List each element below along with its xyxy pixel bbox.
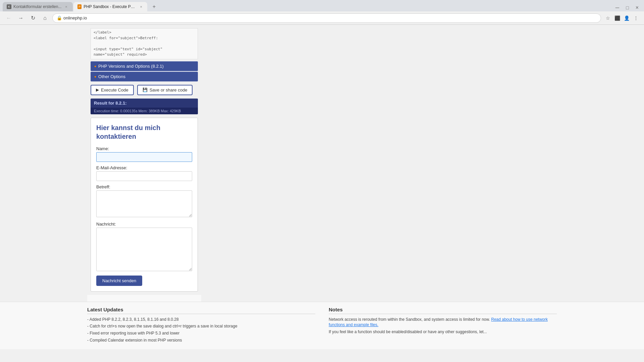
code-line-5: name="subject" required> xyxy=(94,52,195,58)
back-button[interactable]: ← xyxy=(4,13,13,23)
notes-extra: If you feel like a function should be en… xyxy=(329,329,557,335)
bottom-separator xyxy=(87,295,201,302)
code-line-3 xyxy=(94,41,195,47)
tab-kontaktformular[interactable]: K Kontaktformular erstellen... × xyxy=(3,2,73,11)
maximize-button[interactable]: □ xyxy=(623,4,631,11)
result-box: Result for 8.2.1: Execution time: 0.0001… xyxy=(91,99,198,114)
other-options-section: ● Other Options xyxy=(91,72,198,81)
notes-text-content: Network access is rerouted from within t… xyxy=(329,317,490,322)
bookmark-icon[interactable]: ☆ xyxy=(604,14,612,22)
home-button[interactable]: ⌂ xyxy=(40,13,50,23)
main-panel: </label> <label for="subject">Betreff: <… xyxy=(87,28,201,302)
update-item-3: - Fixed error reporting issue with PHP 5… xyxy=(87,330,315,336)
execute-code-button[interactable]: ▶ Execute Code xyxy=(91,85,134,95)
page-wrapper: </label> <label for="subject">Betreff: <… xyxy=(0,25,644,362)
forward-button[interactable]: → xyxy=(16,13,25,23)
address-bar[interactable]: 🔒 onlinephp.io xyxy=(52,13,601,23)
execute-code-label: Execute Code xyxy=(101,87,128,93)
browser-chrome: K Kontaktformular erstellen... × P PHP S… xyxy=(0,0,644,25)
name-label: Name: xyxy=(96,146,192,151)
notes-title: Notes xyxy=(329,307,557,314)
result-header: Result for 8.2.1: xyxy=(91,99,198,108)
other-options-header[interactable]: ● Other Options xyxy=(91,72,198,81)
extension-icon[interactable]: ⬛ xyxy=(613,14,621,22)
output-title-line1: Hier kannst du mich xyxy=(96,123,192,132)
output-title-line2: kontaktieren xyxy=(96,132,192,141)
code-snippet: </label> <label for="subject">Betreff: <… xyxy=(91,28,198,59)
play-icon: ▶ xyxy=(96,87,99,92)
name-input[interactable] xyxy=(96,152,192,162)
tab-favicon-2: P xyxy=(77,4,82,9)
home-icon: ⌂ xyxy=(43,15,47,21)
minimize-button[interactable]: ─ xyxy=(613,4,622,11)
code-line-1: </label> xyxy=(94,30,195,36)
updates-column: Latest Updates - Added PHP 8.2.2, 8.2.3,… xyxy=(87,307,315,345)
message-input[interactable] xyxy=(96,228,192,271)
other-options-label: Other Options xyxy=(98,74,125,79)
bottom-info-bar: Latest Updates - Added PHP 8.2.2, 8.2.3,… xyxy=(0,302,644,349)
submit-label: Nachricht senden xyxy=(102,278,136,283)
tab-label-1: Kontaktformular erstellen... xyxy=(13,4,61,9)
subject-label: Betreff: xyxy=(96,184,192,189)
toolbar-icons: ☆ ⬛ 👤 ⋮ xyxy=(604,14,640,22)
contact-form: Name: E-Mail-Adresse: Betreff: Nachricht… xyxy=(96,146,192,286)
refresh-button[interactable]: ↻ xyxy=(28,13,38,23)
menu-icon[interactable]: ⋮ xyxy=(632,14,640,22)
expand-icon-php: ● xyxy=(94,64,96,68)
browser-toolbar: ← → ↻ ⌂ 🔒 onlinephp.io ☆ ⬛ 👤 ⋮ xyxy=(0,11,644,25)
php-versions-header[interactable]: ● PHP Versions and Options (8.2.1) xyxy=(91,62,198,71)
update-item-2: - Catch for ctrl+s now open the save dia… xyxy=(87,323,315,329)
content-wrapper: </label> <label for="subject">Betreff: <… xyxy=(0,25,644,302)
refresh-icon: ↻ xyxy=(31,15,35,21)
tab-php-sandbox[interactable]: P PHP Sandbox - Execute PHP cod... × xyxy=(73,2,147,11)
notes-column: Notes Network access is rerouted from wi… xyxy=(329,307,557,345)
code-line-2: <label for="subject">Betreff: xyxy=(94,36,195,41)
tab-label-2: PHP Sandbox - Execute PHP cod... xyxy=(84,4,137,9)
subject-group: Betreff: xyxy=(96,184,192,218)
notes-text: Network access is rerouted from within t… xyxy=(329,317,557,328)
submit-button[interactable]: Nachricht senden xyxy=(96,276,142,286)
update-item-4: - Compiled Calendar extension in most PH… xyxy=(87,338,315,343)
updates-title: Latest Updates xyxy=(87,307,315,314)
message-group: Nachricht: xyxy=(96,222,192,272)
new-tab-button[interactable]: + xyxy=(149,2,159,11)
code-line-4: <input type="text" id="subject" xyxy=(94,47,195,52)
tab-favicon-1: K xyxy=(7,4,11,9)
save-icon: 💾 xyxy=(143,87,148,92)
button-row: ▶ Execute Code 💾 Save or share code xyxy=(91,85,198,95)
tab-close-2[interactable]: × xyxy=(139,4,143,9)
message-label: Nachricht: xyxy=(96,222,192,227)
forward-icon: → xyxy=(18,15,23,21)
update-item-1: - Added PHP 8.2.2, 8.2.3, 8.1.15, 8.1.16… xyxy=(87,317,315,322)
profile-icon[interactable]: 👤 xyxy=(623,14,631,22)
subject-input[interactable] xyxy=(96,190,192,217)
output-title: Hier kannst du mich kontaktieren xyxy=(96,123,192,141)
email-input[interactable] xyxy=(96,171,192,181)
name-group: Name: xyxy=(96,146,192,162)
email-group: E-Mail-Adresse: xyxy=(96,165,192,181)
tab-bar: K Kontaktformular erstellen... × P PHP S… xyxy=(0,0,644,11)
php-versions-section: ● PHP Versions and Options (8.2.1) xyxy=(91,61,198,71)
address-text: onlinephp.io xyxy=(63,15,87,20)
email-label: E-Mail-Adresse: xyxy=(96,165,192,170)
save-share-button[interactable]: 💾 Save or share code xyxy=(137,85,193,95)
back-icon: ← xyxy=(6,15,11,21)
expand-icon-other: ● xyxy=(94,75,96,78)
tab-close-1[interactable]: × xyxy=(63,4,69,9)
result-meta: Execution time: 0.000135s Mem: 389KB Max… xyxy=(91,108,198,114)
output-area: Hier kannst du mich kontaktieren Name: E… xyxy=(91,118,198,292)
php-versions-label: PHP Versions and Options (8.2.1) xyxy=(98,64,164,69)
close-button[interactable]: × xyxy=(633,4,641,11)
save-share-label: Save or share code xyxy=(150,87,187,93)
